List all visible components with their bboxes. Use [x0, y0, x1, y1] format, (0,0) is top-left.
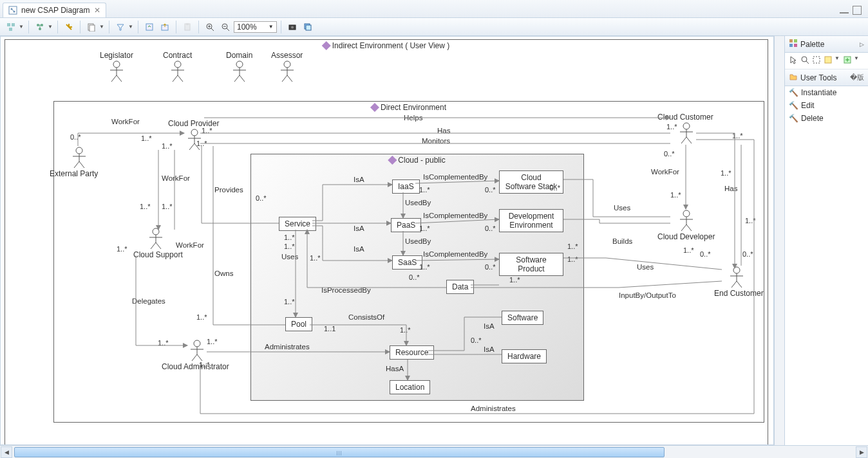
node-paas[interactable]: PaaS: [391, 218, 421, 232]
label-hasa: HasA: [386, 365, 404, 372]
actor-cloud-provider[interactable]: Cloud Provider: [168, 119, 219, 151]
svg-line-67: [192, 354, 197, 361]
tool-instantiate[interactable]: 🔨Instantiate: [785, 86, 868, 99]
mult: 0..*: [471, 336, 482, 344]
label-helps: Helps: [404, 114, 422, 122]
actor-cloud-administrator[interactable]: Cloud Administrator: [162, 339, 229, 371]
mult: 1..*: [141, 134, 152, 142]
user-tools-header[interactable]: User Tools �版: [785, 69, 868, 86]
pin-button[interactable]: [62, 20, 76, 34]
collapse-icon[interactable]: �版: [850, 73, 864, 82]
label-isa1: IsA: [354, 176, 364, 183]
filter-button[interactable]: [113, 20, 127, 34]
mult: 0..*: [70, 133, 81, 141]
add-tool-icon[interactable]: [843, 55, 852, 66]
select-button[interactable]: [33, 20, 47, 34]
node-hardware[interactable]: Hardware: [502, 349, 547, 363]
svg-point-44: [284, 61, 290, 68]
palette-header[interactable]: Palette ▷: [785, 36, 868, 53]
vertical-scrollbar[interactable]: [774, 36, 784, 445]
zoom-select[interactable]: 100%▼: [234, 21, 277, 33]
marquee-tool-icon[interactable]: [812, 55, 821, 66]
maximize-icon[interactable]: [853, 6, 862, 15]
scroll-left-button[interactable]: ◀: [1, 446, 12, 458]
node-css[interactable]: Cloud Software Stack0..*: [499, 170, 563, 194]
label-iscomp2: IsComplementedBy: [423, 212, 487, 219]
mult: 1..*: [284, 298, 295, 306]
actor-external-party[interactable]: External Party: [60, 146, 98, 178]
zoom-value: 100%: [237, 23, 257, 32]
tool-delete[interactable]: 🔨Delete: [785, 112, 868, 125]
actor-cloud-customer[interactable]: Cloud Customer: [657, 113, 713, 145]
svg-point-49: [76, 147, 82, 154]
mult: 1..*: [670, 191, 681, 199]
node-iaas[interactable]: IaaS: [392, 179, 420, 194]
dropdown-icon[interactable]: ▼: [47, 24, 53, 30]
node-devenv[interactable]: Development Environment: [499, 209, 563, 232]
actor-contract[interactable]: Contract: [163, 51, 192, 83]
dropdown-icon[interactable]: ▼: [834, 55, 840, 66]
diamond-icon: [370, 103, 379, 112]
node-swprod[interactable]: Software Product: [499, 253, 563, 276]
hammer-icon: 🔨: [789, 101, 798, 110]
tool-edit[interactable]: 🔨Edit: [785, 99, 868, 112]
actor-domain[interactable]: Domain: [226, 51, 252, 83]
editor-tab[interactable]: new CSAP Diagram ✕: [3, 3, 106, 17]
export-button[interactable]: [158, 20, 172, 34]
label-administrates: Administrates: [265, 343, 310, 351]
layers-button[interactable]: [301, 20, 315, 34]
diagram-canvas[interactable]: Indirect Environment ( User View ) Legis…: [0, 36, 774, 445]
node-resource[interactable]: Resource: [390, 345, 434, 360]
hammer-icon: 🔨: [789, 114, 798, 123]
palette-panel: Palette ▷ ▼ ▼ User Tools �版 🔨Instantiate…: [784, 36, 868, 445]
svg-line-38: [178, 75, 183, 82]
node-saas[interactable]: SaaS: [392, 255, 422, 270]
node-service[interactable]: Service: [279, 217, 316, 231]
scroll-thumb[interactable]: [14, 447, 665, 457]
zoom-tool-icon[interactable]: [800, 55, 809, 66]
folder-icon: [789, 72, 798, 83]
tab-close-icon[interactable]: ✕: [94, 6, 100, 15]
refresh-button[interactable]: [142, 20, 156, 34]
svg-point-59: [153, 228, 159, 235]
pointer-tool-icon[interactable]: [789, 55, 798, 66]
label-consists: ConsistsOf: [348, 313, 384, 321]
zoom-in-button[interactable]: [203, 20, 217, 34]
snapshot-button[interactable]: [285, 20, 299, 34]
node-data[interactable]: Data: [446, 280, 474, 294]
dropdown-icon[interactable]: ▼: [853, 55, 860, 66]
copy-button[interactable]: [84, 20, 99, 34]
dropdown-icon[interactable]: ▼: [99, 24, 105, 30]
node-software[interactable]: Software: [502, 311, 543, 325]
mult: 1..*: [419, 186, 430, 194]
svg-line-68: [197, 354, 202, 361]
actor-assessor[interactable]: Assessor: [271, 51, 303, 83]
dropdown-icon[interactable]: ▼: [18, 24, 24, 30]
label-workfor4: WorkFor: [651, 168, 679, 176]
actor-cloud-developer[interactable]: Cloud Developer: [657, 209, 715, 241]
mult: 1..*: [196, 313, 207, 321]
mult: 1..*: [721, 169, 731, 177]
dropdown-icon[interactable]: ▼: [127, 24, 134, 30]
node-pool[interactable]: Pool: [285, 317, 312, 331]
label-usedby1: UsedBy: [405, 199, 431, 206]
actor-legislator[interactable]: Legislator: [100, 51, 133, 83]
label-uses3: Uses: [637, 263, 654, 271]
paste-button[interactable]: [180, 20, 194, 34]
minimize-icon[interactable]: [840, 8, 849, 14]
mult: 1..*: [310, 254, 321, 262]
scroll-right-button[interactable]: ▶: [856, 446, 867, 458]
zoom-out-button[interactable]: [218, 20, 232, 34]
chevron-right-icon[interactable]: ▷: [860, 41, 864, 48]
horizontal-scrollbar[interactable]: ◀ ▶: [0, 445, 868, 458]
note-tool-icon[interactable]: [824, 55, 833, 66]
svg-rect-5: [12, 23, 15, 26]
svg-rect-108: [825, 57, 831, 63]
mult: 1..*: [199, 361, 210, 369]
layout-button[interactable]: [4, 20, 18, 34]
diamond-icon: [388, 156, 397, 165]
svg-rect-28: [306, 25, 311, 30]
actor-end-customer[interactable]: End Customer: [714, 266, 764, 298]
node-location[interactable]: Location: [390, 380, 430, 394]
svg-line-77: [681, 224, 686, 231]
